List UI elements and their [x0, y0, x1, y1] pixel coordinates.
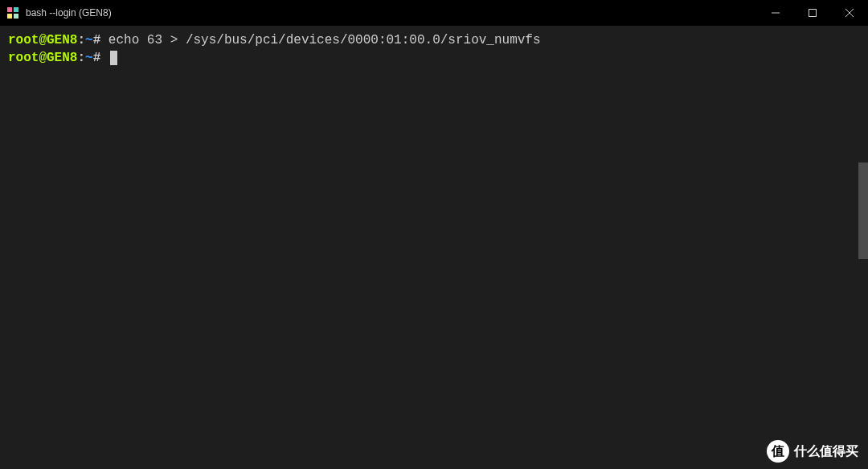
minimize-button[interactable] — [757, 0, 794, 26]
watermark: 值 什么值得买 — [767, 440, 858, 463]
titlebar[interactable]: bash --login (GEN8) — [0, 0, 868, 26]
svg-rect-3 — [14, 14, 18, 19]
cursor — [110, 51, 117, 65]
close-button[interactable] — [831, 0, 868, 26]
prompt-symbol: # — [93, 51, 101, 65]
svg-rect-5 — [809, 10, 817, 17]
terminal-line: root@GEN8:~# — [8, 50, 860, 68]
terminal-body[interactable]: root@GEN8:~# echo 63 > /sys/bus/pci/devi… — [0, 26, 868, 469]
scrollbar-track[interactable] — [857, 26, 868, 469]
svg-rect-0 — [7, 7, 12, 12]
prompt-user: root@GEN8 — [8, 33, 77, 47]
terminal-window: bash --login (GEN8) root@GEN8:~# echo 63… — [0, 0, 868, 469]
svg-rect-1 — [14, 7, 18, 12]
window-title: bash --login (GEN8) — [26, 7, 757, 19]
watermark-text: 什么值得买 — [794, 443, 858, 460]
command-text: echo 63 > /sys/bus/pci/devices/0000:01:0… — [108, 33, 541, 47]
prompt-separator: : — [77, 33, 85, 47]
prompt-path: ~ — [85, 33, 93, 47]
prompt-separator: : — [77, 51, 85, 65]
prompt-path: ~ — [85, 51, 93, 65]
prompt-user: root@GEN8 — [8, 51, 77, 65]
terminal-line: root@GEN8:~# echo 63 > /sys/bus/pci/devi… — [8, 32, 860, 50]
maximize-button[interactable] — [794, 0, 831, 26]
watermark-badge-icon: 值 — [767, 440, 789, 463]
app-icon — [6, 6, 19, 19]
scrollbar-thumb[interactable] — [858, 163, 868, 259]
svg-rect-2 — [7, 14, 12, 19]
prompt-symbol: # — [93, 33, 101, 47]
window-controls — [757, 0, 868, 26]
